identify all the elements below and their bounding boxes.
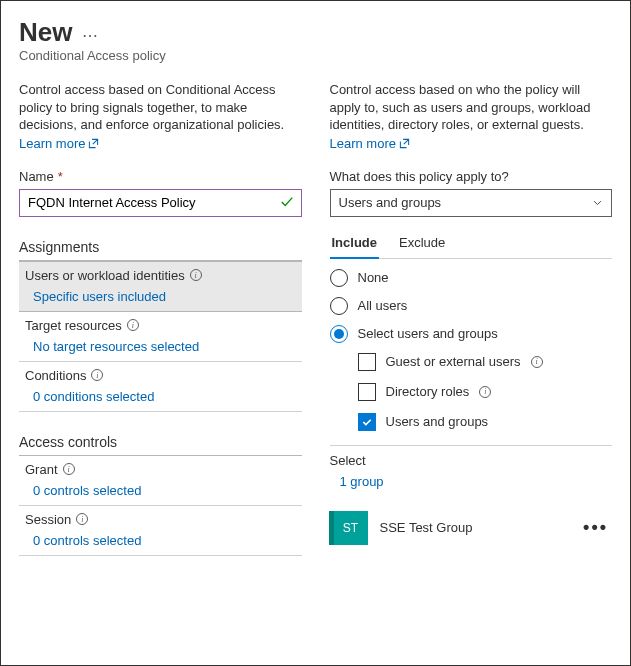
radio-icon	[330, 269, 348, 287]
resources-row-title: Target resources	[25, 318, 122, 333]
group-name: SSE Test Group	[380, 520, 572, 535]
grant-row-title: Grant	[25, 462, 58, 477]
name-label: Name*	[19, 169, 302, 184]
grant-row-sub[interactable]: 0 controls selected	[25, 477, 296, 502]
check-users-groups[interactable]: Users and groups	[358, 413, 613, 431]
learn-more-text: Learn more	[19, 136, 85, 151]
checkbox-icon	[358, 413, 376, 431]
assignments-heading: Assignments	[19, 239, 302, 261]
session-row-sub[interactable]: 0 controls selected	[25, 527, 296, 552]
info-icon[interactable]: i	[63, 463, 75, 475]
learn-more-link-right[interactable]: Learn more	[330, 136, 410, 151]
info-icon[interactable]: i	[76, 513, 88, 525]
tab-include[interactable]: Include	[330, 229, 380, 258]
more-actions-icon[interactable]: ⋯	[82, 26, 98, 45]
radio-icon	[330, 297, 348, 315]
radio-none[interactable]: None	[330, 269, 613, 287]
page-subtitle: Conditional Access policy	[19, 48, 612, 63]
group-avatar: ST	[334, 511, 368, 545]
learn-more-text: Learn more	[330, 136, 396, 151]
check-dir-label: Directory roles	[386, 384, 470, 399]
radio-none-label: None	[358, 270, 389, 285]
checkbox-icon	[358, 353, 376, 371]
resources-row[interactable]: Target resources i No target resources s…	[19, 312, 302, 362]
users-row-sub[interactable]: Specific users included	[25, 283, 296, 308]
page-title: New	[19, 17, 72, 48]
tab-exclude[interactable]: Exclude	[397, 229, 447, 258]
chevron-down-icon	[592, 197, 603, 208]
right-description: Control access based on who the policy w…	[330, 81, 613, 134]
radio-select-users[interactable]: Select users and groups	[330, 325, 613, 343]
select-label: Select	[330, 453, 613, 468]
info-icon[interactable]: i	[531, 356, 543, 368]
group-row[interactable]: ST SSE Test Group •••	[330, 501, 613, 555]
group-more-icon[interactable]: •••	[583, 517, 608, 538]
radio-select-label: Select users and groups	[358, 326, 498, 341]
radio-icon	[330, 325, 348, 343]
info-icon[interactable]: i	[479, 386, 491, 398]
radio-all-users[interactable]: All users	[330, 297, 613, 315]
learn-more-link[interactable]: Learn more	[19, 136, 99, 151]
info-icon[interactable]: i	[91, 369, 103, 381]
checkmark-icon	[280, 195, 294, 212]
external-link-icon	[399, 138, 410, 149]
checkbox-icon	[358, 383, 376, 401]
left-panel: Control access based on Conditional Acce…	[19, 81, 302, 556]
check-ug-label: Users and groups	[386, 414, 489, 429]
right-panel: Control access based on who the policy w…	[330, 81, 613, 556]
check-directory-roles[interactable]: Directory roles i	[358, 383, 613, 401]
apply-label: What does this policy apply to?	[330, 169, 613, 184]
users-row[interactable]: Users or workload identities i Specific …	[19, 261, 302, 312]
apply-dropdown-value: Users and groups	[339, 195, 442, 210]
left-description: Control access based on Conditional Acce…	[19, 81, 302, 134]
select-link[interactable]: 1 group	[330, 468, 613, 495]
apply-dropdown[interactable]: Users and groups	[330, 189, 613, 217]
grant-row[interactable]: Grant i 0 controls selected	[19, 456, 302, 506]
conditions-row-title: Conditions	[25, 368, 86, 383]
resources-row-sub[interactable]: No target resources selected	[25, 333, 296, 358]
users-row-title: Users or workload identities	[25, 268, 185, 283]
check-guest[interactable]: Guest or external users i	[358, 353, 613, 371]
external-link-icon	[88, 138, 99, 149]
check-guest-label: Guest or external users	[386, 354, 521, 369]
info-icon[interactable]: i	[127, 319, 139, 331]
name-input[interactable]	[19, 189, 302, 217]
session-row-title: Session	[25, 512, 71, 527]
info-icon[interactable]: i	[190, 269, 202, 281]
radio-all-label: All users	[358, 298, 408, 313]
access-controls-heading: Access controls	[19, 434, 302, 456]
conditions-row[interactable]: Conditions i 0 conditions selected	[19, 362, 302, 412]
session-row[interactable]: Session i 0 controls selected	[19, 506, 302, 556]
conditions-row-sub[interactable]: 0 conditions selected	[25, 383, 296, 408]
